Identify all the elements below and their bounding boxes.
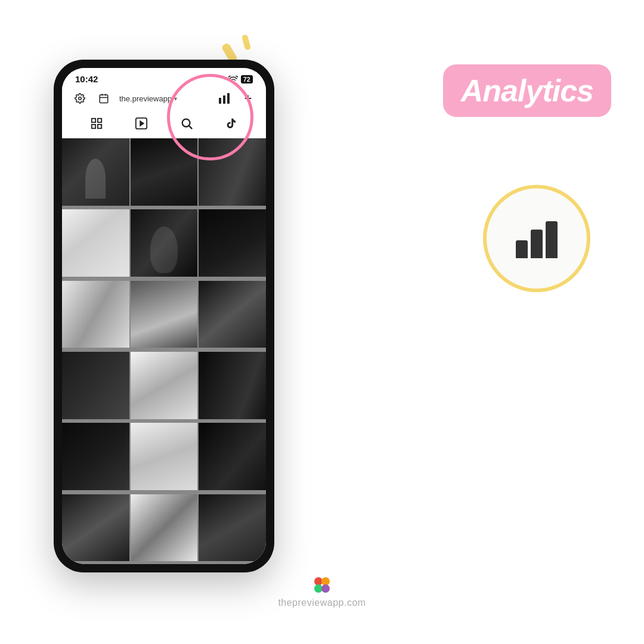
grid-cell[interactable] [62, 138, 129, 206]
url-bar[interactable]: the.previewapp ▾ [119, 94, 209, 103]
grid-cell[interactable] [62, 209, 129, 277]
grid-cell[interactable] [131, 352, 198, 419]
svg-marker-15 [140, 121, 144, 125]
svg-rect-13 [98, 125, 101, 128]
grid-cell[interactable] [131, 494, 198, 562]
grid-cell[interactable] [131, 423, 198, 490]
svg-rect-1 [100, 95, 108, 103]
bar-chart-icon [516, 219, 558, 258]
footer-website: thepreviewapp.com [278, 597, 366, 608]
tiktok-nav-icon[interactable] [222, 114, 241, 133]
grid-cell[interactable] [199, 138, 266, 206]
grid-cell[interactable] [131, 281, 198, 348]
grid-cell[interactable] [199, 352, 266, 419]
svg-point-19 [321, 577, 330, 586]
svg-point-21 [321, 584, 330, 593]
decorative-dash-2 [242, 34, 251, 51]
status-bar: 10:42 72 [62, 68, 266, 86]
grid-cell[interactable] [199, 494, 266, 562]
svg-rect-11 [98, 119, 101, 122]
calendar-icon[interactable] [95, 90, 112, 107]
grid-cell[interactable] [131, 138, 198, 206]
analytics-badge: Analytics [443, 64, 611, 117]
svg-point-20 [314, 584, 323, 593]
plus-icon[interactable] [240, 90, 256, 107]
svg-point-16 [182, 119, 190, 127]
status-icons: 72 [228, 75, 253, 83]
photo-grid [62, 138, 266, 564]
preview-logo [313, 576, 331, 594]
analytics-bar-icon[interactable] [216, 90, 233, 107]
phone-screen: 10:42 72 [62, 68, 266, 564]
svg-rect-5 [219, 98, 221, 104]
phone-mockup: 10:42 72 [54, 60, 274, 572]
bar-3 [546, 221, 558, 258]
phone-frame: 10:42 72 [54, 60, 274, 572]
analytics-label: Analytics [461, 73, 593, 108]
nav-row [62, 110, 266, 138]
grid-cell[interactable] [62, 423, 129, 490]
bar-1 [516, 240, 528, 258]
grid-cell[interactable] [62, 494, 129, 562]
yellow-circle-icon [483, 185, 590, 292]
grid-cell[interactable] [199, 281, 266, 348]
svg-rect-7 [227, 93, 230, 104]
svg-point-18 [314, 577, 323, 586]
footer: thepreviewapp.com [0, 576, 644, 608]
wifi-icon [228, 76, 238, 83]
settings-icon[interactable] [72, 90, 88, 107]
app-toolbar: the.previewapp ▾ [62, 86, 266, 110]
status-time: 10:42 [75, 74, 98, 84]
grid-nav-icon[interactable] [87, 114, 106, 133]
svg-rect-10 [92, 119, 95, 122]
svg-rect-12 [92, 125, 95, 128]
svg-rect-6 [223, 95, 225, 104]
battery-level: 72 [241, 75, 253, 83]
grid-cell[interactable] [62, 281, 129, 348]
grid-cell[interactable] [131, 209, 198, 277]
chevron-down-icon: ▾ [174, 95, 177, 102]
url-text: the.previewapp [119, 94, 172, 103]
footer-logo [313, 576, 331, 594]
grid-cell[interactable] [199, 209, 266, 277]
grid-cell[interactable] [62, 352, 129, 419]
svg-point-0 [79, 97, 82, 100]
grid-cell[interactable] [199, 423, 266, 490]
video-nav-icon[interactable] [132, 114, 151, 133]
bar-2 [531, 230, 543, 258]
search-nav-icon[interactable] [177, 114, 196, 133]
svg-line-17 [189, 126, 192, 129]
